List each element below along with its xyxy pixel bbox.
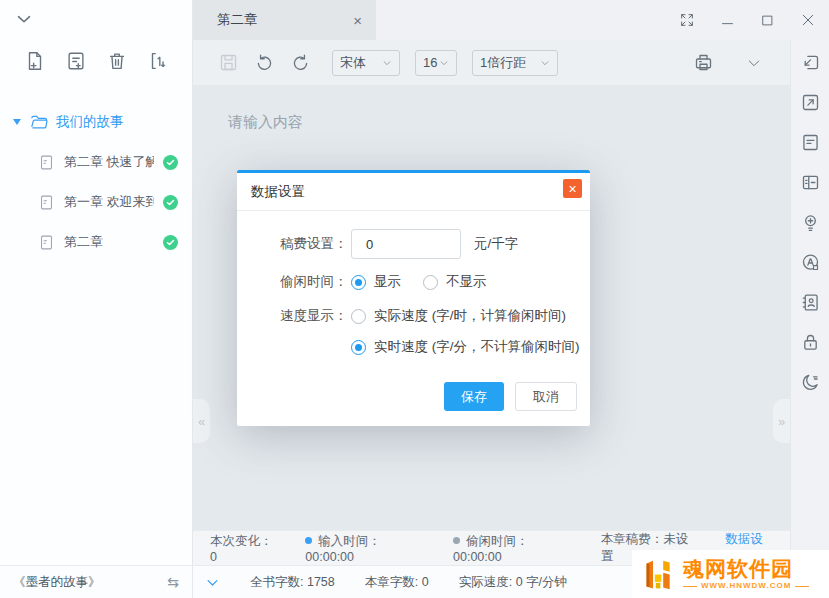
print-button[interactable] — [693, 52, 714, 73]
dialog-close-button[interactable]: × — [563, 179, 582, 198]
window-controls — [679, 0, 816, 40]
cancel-button[interactable]: 取消 — [515, 382, 577, 411]
idle-hide-option[interactable]: 不显示 — [423, 273, 487, 291]
idle-time-dot-icon — [453, 537, 460, 544]
format-toolbar: 宋体 16 1倍行距 — [193, 40, 790, 85]
font-size-value: 16 — [423, 55, 437, 70]
switch-book-icon[interactable]: ⇆ — [167, 574, 179, 590]
idle-hide-label: 不显示 — [446, 273, 487, 291]
chapter-words-value: 0 — [422, 575, 429, 589]
new-volume-button[interactable] — [65, 50, 87, 72]
fullscreen-button[interactable] — [679, 12, 695, 28]
idle-time-row: 偷闲时间： 显示 不显示 — [280, 273, 590, 291]
radio-unselected-icon[interactable] — [351, 309, 366, 324]
speed-display-label: 速度显示： — [280, 307, 351, 325]
character-book-button[interactable] — [800, 292, 821, 313]
radio-selected-icon[interactable] — [351, 340, 366, 355]
outline-notes-button[interactable] — [800, 132, 821, 153]
speed-realtime-option[interactable]: 实时速度 (字/分，不计算偷闲时间) — [351, 338, 580, 356]
dialog-title: 数据设置 — [251, 173, 563, 210]
dialog-body: 稿费设置： 元/千字 偷闲时间： 显示 不显示 速度显示： 实 — [237, 211, 590, 356]
saved-check-icon — [163, 235, 178, 250]
chevron-down-icon — [439, 58, 449, 68]
undo-button[interactable] — [254, 52, 275, 73]
save-settings-button[interactable]: 保存 — [444, 382, 504, 411]
font-size-select[interactable]: 16 — [415, 50, 457, 76]
speed-actual-option[interactable]: 实际速度 (字/时，计算偷闲时间) — [351, 307, 566, 325]
dialog-footer: 保存 取消 — [237, 356, 590, 426]
watermark-brand: 魂网软件园 — [683, 558, 809, 579]
input-time: 输入时间：00:00:00 — [305, 533, 424, 564]
collapse-right-panel-handle[interactable]: » — [773, 399, 790, 443]
change-count: 本次变化：0 — [210, 533, 276, 564]
idle-time-setting-label: 偷闲时间： — [280, 273, 351, 291]
book-title: 《墨者的故事》 — [13, 574, 101, 591]
watermark-badge: 魂网软件园 WWW.HNWDW.COM — [632, 550, 829, 598]
actual-speed: 实际速度: 0 字/分钟 — [459, 574, 567, 591]
chapter-tree: 我们的故事 第二章 快速了解... 第一章 欢迎来到... 第二章 — [0, 104, 192, 262]
export-share-button[interactable] — [800, 92, 821, 113]
structure-board-button[interactable] — [800, 172, 821, 193]
dialog-header: 数据设置 × — [237, 173, 590, 211]
chapter-list-item[interactable]: 第二章 快速了解... — [0, 142, 192, 182]
toolbar-more-chevron-icon[interactable] — [746, 55, 762, 71]
watermark-dash-left — [683, 586, 697, 587]
version-rollback-button[interactable] — [800, 52, 821, 73]
font-family-value: 宋体 — [340, 54, 366, 72]
chevron-down-icon — [540, 58, 550, 68]
fee-input[interactable] — [351, 229, 461, 259]
close-window-button[interactable] — [800, 12, 816, 28]
document-toolbar — [24, 50, 169, 72]
folder-row[interactable]: 我们的故事 — [0, 104, 192, 142]
sidebar-collapse-chevron-icon[interactable] — [13, 8, 35, 30]
folder-icon — [29, 112, 49, 132]
saved-check-icon — [163, 155, 178, 170]
chapter-title: 第二章 — [64, 233, 154, 251]
minimize-button[interactable] — [720, 13, 735, 28]
new-chapter-button[interactable] — [24, 50, 46, 72]
idle-show-option[interactable]: 显示 — [351, 273, 401, 291]
lock-button[interactable] — [800, 332, 821, 353]
redo-button[interactable] — [290, 52, 311, 73]
input-time-value: 00:00:00 — [305, 550, 354, 564]
chapter-title: 第二章 快速了解... — [64, 153, 154, 171]
tab-active[interactable]: 第二章 × — [193, 0, 376, 40]
saved-check-icon — [163, 195, 178, 210]
speed-actual-label: 实际速度 (字/时，计算偷闲时间) — [374, 307, 566, 325]
stats-expand-chevron-icon[interactable] — [205, 575, 220, 590]
tab-title: 第二章 — [217, 11, 353, 29]
typo-check-button[interactable] — [800, 252, 821, 273]
night-mode-button[interactable] — [800, 372, 821, 393]
chapter-sort-button[interactable] — [147, 50, 169, 72]
folder-expand-triangle-icon[interactable] — [13, 119, 21, 125]
total-words-label: 全书字数: — [250, 575, 303, 589]
left-sidebar: 我们的故事 第二章 快速了解... 第一章 欢迎来到... 第二章 — [0, 0, 193, 598]
actual-speed-value: 0 字/分钟 — [516, 575, 567, 589]
chapter-list-item[interactable]: 第一章 欢迎来到... — [0, 182, 192, 222]
chapter-words: 本章字数: 0 — [365, 574, 429, 591]
chapter-list-item[interactable]: 第二章 — [0, 222, 192, 262]
idle-show-label: 显示 — [374, 273, 401, 291]
chapter-words-label: 本章字数: — [365, 575, 418, 589]
book-title-row: 《墨者的故事》 ⇆ — [0, 565, 192, 598]
input-time-dot-icon — [305, 537, 312, 544]
document-icon — [38, 194, 55, 211]
collapse-left-panel-handle[interactable]: « — [193, 399, 210, 443]
radio-unselected-icon[interactable] — [423, 275, 438, 290]
document-icon — [38, 234, 55, 251]
line-spacing-select[interactable]: 1倍行距 — [472, 50, 558, 76]
trash-button[interactable] — [106, 50, 128, 72]
total-words: 全书字数: 1758 — [250, 574, 335, 591]
tab-bar: 第二章 × — [193, 0, 829, 40]
save-button[interactable] — [218, 52, 239, 73]
radio-selected-icon[interactable] — [351, 275, 366, 290]
tab-close-icon[interactable]: × — [353, 13, 362, 28]
actual-speed-label: 实际速度: — [459, 575, 512, 589]
data-settings-dialog: 数据设置 × 稿费设置： 元/千字 偷闲时间： 显示 不显示 — [237, 170, 590, 426]
speed-realtime-row: 实时速度 (字/分，不计算偷闲时间) — [280, 338, 590, 356]
font-family-select[interactable]: 宋体 — [332, 50, 400, 76]
maximize-button[interactable] — [760, 13, 775, 28]
watermark-dash-right — [795, 586, 809, 587]
inspiration-bulb-button[interactable] — [800, 212, 821, 233]
collapse-right-glyph: » — [778, 414, 785, 429]
